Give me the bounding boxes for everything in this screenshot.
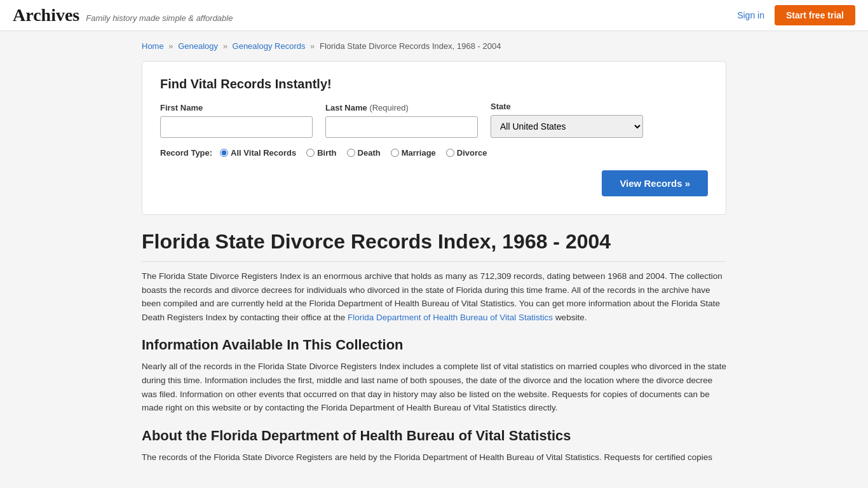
record-type-row: Record Type: All Vital Records Birth Dea… (160, 148, 708, 158)
breadcrumb-genealogy[interactable]: Genealogy (178, 41, 218, 51)
radio-all-vital-label: All Vital Records (231, 148, 296, 158)
radio-birth[interactable]: Birth (306, 148, 336, 158)
page-title: Florida State Divorce Records Index, 196… (142, 230, 726, 262)
breadcrumb-home[interactable]: Home (142, 41, 164, 51)
site-header: Archives Family history made simple & af… (0, 0, 868, 31)
record-type-label: Record Type: (160, 148, 212, 158)
radio-divorce-label: Divorce (457, 148, 487, 158)
breadcrumb-current: Florida State Divorce Records Index, 196… (320, 41, 501, 51)
logo-area: Archives Family history made simple & af… (13, 5, 233, 25)
view-records-button[interactable]: View Records » (602, 170, 708, 196)
breadcrumb-sep-2: » (223, 41, 227, 51)
radio-group: All Vital Records Birth Death Marriage D… (220, 148, 487, 158)
breadcrumb-sep-3: » (310, 41, 315, 51)
required-indicator: (Required) (369, 103, 408, 112)
radio-birth-input[interactable] (306, 149, 315, 157)
radio-marriage-input[interactable] (391, 149, 399, 157)
last-name-group: Last Name (Required) (325, 103, 478, 138)
radio-death-label: Death (358, 148, 381, 158)
section-3-heading: About the Florida Department of Health B… (142, 428, 726, 444)
sign-in-link[interactable]: Sign in (737, 10, 764, 20)
breadcrumb-genealogy-records[interactable]: Genealogy Records (233, 41, 306, 51)
radio-all-vital-input[interactable] (220, 149, 228, 157)
radio-all-vital[interactable]: All Vital Records (220, 148, 296, 158)
state-select[interactable]: All United States (491, 115, 643, 138)
last-name-input[interactable] (325, 116, 478, 138)
radio-marriage[interactable]: Marriage (391, 148, 436, 158)
state-group: State All United States (491, 102, 643, 138)
start-trial-button[interactable]: Start free trial (775, 5, 855, 25)
first-name-group: First Name (160, 103, 313, 138)
breadcrumb: Home » Genealogy » Genealogy Records » F… (142, 41, 726, 51)
search-box-title: Find Vital Records Instantly! (160, 77, 708, 92)
radio-birth-label: Birth (317, 148, 336, 158)
search-fields-row: First Name Last Name (Required) State Al… (160, 102, 708, 138)
header-actions: Sign in Start free trial (737, 5, 855, 25)
state-label: State (491, 102, 643, 111)
vital-statistics-link[interactable]: Florida Department of Health Bureau of V… (348, 313, 553, 322)
first-name-input[interactable] (160, 116, 313, 138)
view-records-row: View Records » (160, 170, 708, 196)
breadcrumb-sep-1: » (168, 41, 173, 51)
main-content: Home » Genealogy » Genealogy Records » F… (129, 31, 739, 487)
section-2-body: Nearly all of the records in the Florida… (142, 360, 726, 414)
radio-death-input[interactable] (347, 149, 355, 157)
site-logo: Archives (13, 5, 79, 25)
section-3: About the Florida Department of Health B… (142, 428, 726, 464)
last-name-label: Last Name (Required) (325, 103, 478, 112)
first-name-label: First Name (160, 103, 313, 112)
radio-divorce-input[interactable] (446, 149, 454, 157)
radio-death[interactable]: Death (347, 148, 381, 158)
radio-marriage-label: Marriage (402, 148, 436, 158)
section-1-body: The Florida State Divorce Registers Inde… (142, 269, 726, 324)
section-1: The Florida State Divorce Registers Inde… (142, 269, 726, 324)
section-3-body: The records of the Florida State Divorce… (142, 451, 726, 464)
site-tagline: Family history made simple & affordable (86, 13, 233, 23)
section-2: Information Available In This Collection… (142, 337, 726, 414)
section-2-heading: Information Available In This Collection (142, 337, 726, 353)
search-box: Find Vital Records Instantly! First Name… (142, 61, 726, 215)
radio-divorce[interactable]: Divorce (446, 148, 487, 158)
